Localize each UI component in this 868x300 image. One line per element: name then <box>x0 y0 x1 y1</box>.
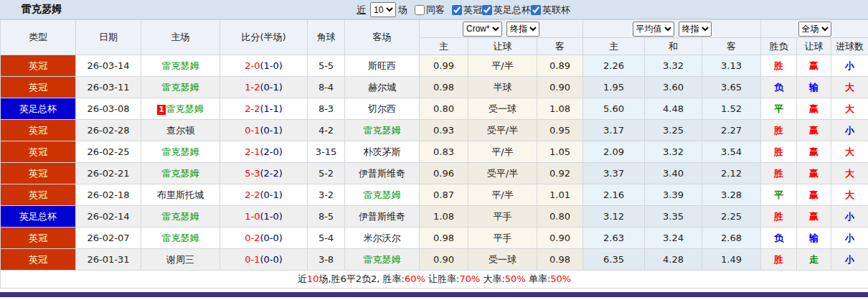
avg-away-cell: 3.28 <box>702 184 761 206</box>
col-header-avg-draw: 和 <box>645 38 702 55</box>
away-team-cell: 伊普斯维奇 <box>345 163 420 184</box>
date-cell: 26-02-21 <box>76 163 141 184</box>
avg-draw-cell: 3.25 <box>645 120 702 141</box>
home-team-cell: 雷克瑟姆 <box>141 163 220 184</box>
halftime-score: (1-0) <box>260 60 282 71</box>
fulltime-score: 1-0 <box>245 211 260 222</box>
avg-home-cell: 5.60 <box>583 98 645 120</box>
result-wdl-cell: 平 <box>761 184 797 206</box>
fulltime-score: 1-2 <box>245 82 260 93</box>
score-cell: 5-3(2-2) <box>220 163 308 184</box>
result-group-header: 全场 <box>761 20 868 38</box>
corners-cell: 8-5 <box>308 206 345 228</box>
col-header-corner: 角球 <box>308 20 345 55</box>
league-checkbox[interactable] <box>482 5 492 15</box>
league-checkbox[interactable] <box>452 5 462 15</box>
avg-home-cell: 1.95 <box>583 77 645 98</box>
odds-home-cell: 0.98 <box>420 228 468 249</box>
matches-label: 场 <box>398 4 407 17</box>
home-team-name: 谢周三 <box>166 254 194 265</box>
match-table-body: 英冠 26-03-14 雷克瑟姆 2-0(1-0) 5-5 斯旺西 0.99 平… <box>1 55 868 271</box>
result-handicap-cell: 赢 <box>797 206 831 228</box>
handicap-cell: 平手 <box>468 228 537 249</box>
away-team-name: 雷克瑟姆 <box>364 125 401 136</box>
result-handicap-cell: 走 <box>797 249 831 271</box>
home-team-name: 查尔顿 <box>166 125 194 136</box>
result-wdl-cell: 胜 <box>761 249 797 271</box>
result-goals-cell: 小 <box>831 206 868 228</box>
result-handicap-cell: 赢 <box>797 120 831 141</box>
away-team-name: 伊普斯维奇 <box>359 211 405 222</box>
col-header-result-handicap: 让球 <box>797 38 831 55</box>
footer-stat-segment: 场,胜6平2负2, 胜率: <box>319 273 405 284</box>
away-team-name: 切尔西 <box>368 103 396 114</box>
halftime-score: (2-0) <box>260 146 282 157</box>
away-team-name: 伊普斯维奇 <box>359 168 405 179</box>
fulltime-score: 0-2 <box>245 233 260 243</box>
col-header-avg-away: 客 <box>702 38 761 55</box>
league-filter-championship[interactable]: 英冠 <box>452 4 482 17</box>
avg-draw-cell: 3.60 <box>645 77 702 98</box>
match-row: 英冠 26-01-31 谢周三 0-1(0-0) 3-8 雷克瑟姆 0.90 受… <box>1 249 868 271</box>
odds-company-select[interactable]: Crow* <box>463 22 502 37</box>
halftime-score: (0-1) <box>260 125 282 136</box>
same-away-checkbox[interactable] <box>415 5 425 15</box>
match-count-select[interactable]: 10 <box>370 2 396 17</box>
home-team-cell: 雷克瑟姆 <box>141 228 220 249</box>
result-wdl-cell: 胜 <box>761 163 797 184</box>
handicap-cell: 受一球 <box>468 98 537 120</box>
match-row: 英足总杯 26-03-08 1雷克瑟姆 2-2(1-1) 8-3 切尔西 0.8… <box>1 98 868 120</box>
col-header-result-goals: 进球数 <box>831 38 868 55</box>
result-scope-select[interactable]: 全场 <box>798 22 831 37</box>
result-wdl-cell: 胜 <box>761 206 797 228</box>
home-team-cell: 谢周三 <box>141 249 220 271</box>
league-label: 英联杯 <box>542 4 570 17</box>
avg-away-cell: 2.25 <box>702 206 761 228</box>
odds-away-cell: 0.98 <box>537 249 583 271</box>
footer-stat-segment: 近 <box>298 273 307 284</box>
league-label: 英冠 <box>463 4 482 17</box>
league-cell: 英足总杯 <box>1 98 76 120</box>
match-history-table: 类型 日期 主场 比分(半场) 角球 客场 Crow* 终指 平均值 终指 <box>0 19 868 289</box>
avg-home-cell: 6.35 <box>583 249 645 271</box>
odds-home-cell: 0.96 <box>420 163 468 184</box>
footer-stat-segment: 让胜率: <box>425 273 460 284</box>
same-away-filter[interactable]: 同客 <box>415 4 445 17</box>
result-goals-cell: 大 <box>831 184 868 206</box>
fulltime-score: 5-3 <box>245 168 260 179</box>
avg-company-select[interactable]: 平均值 <box>633 22 674 37</box>
avg-stage-select[interactable]: 终指 <box>679 22 712 37</box>
date-cell: 26-02-07 <box>76 228 141 249</box>
score-cell: 2-1(2-0) <box>220 141 308 163</box>
result-goals-cell: 小 <box>831 55 868 77</box>
result-wdl-cell: 负 <box>761 77 797 98</box>
home-team-name: 雷克瑟姆 <box>162 82 199 93</box>
corners-cell: 5-5 <box>308 55 345 77</box>
league-checkbox[interactable] <box>531 5 541 15</box>
result-goals-cell: 大 <box>831 77 868 98</box>
avg-home-cell: 3.12 <box>583 206 645 228</box>
away-team-name: 雷克瑟姆 <box>364 254 401 265</box>
avg-home-cell: 2.63 <box>583 228 645 249</box>
score-cell: 0-1(0-1) <box>220 120 308 141</box>
handicap-cell: 受平/半 <box>468 120 537 141</box>
home-team-cell: 布里斯托城 <box>141 184 220 206</box>
avg-draw-cell: 3.24 <box>645 228 702 249</box>
away-team-name: 斯旺西 <box>368 60 396 71</box>
league-filter-eflcup[interactable]: 英联杯 <box>531 4 570 17</box>
league-filter-facup[interactable]: 英足总杯 <box>482 4 531 17</box>
halftime-score: (0-1) <box>260 82 282 93</box>
recent-link[interactable]: 近 <box>357 4 366 17</box>
avg-draw-cell: 4.28 <box>645 249 702 271</box>
summary-row: 近10场,胜6平2负2, 胜率:60% 让胜率:70% 大率:50% 单率:50… <box>1 271 868 289</box>
result-wdl-cell: 胜 <box>761 55 797 77</box>
home-team-name: 雷克瑟姆 <box>162 146 199 157</box>
score-cell: 0-2(0-0) <box>220 228 308 249</box>
away-team-cell: 米尔沃尔 <box>345 228 420 249</box>
match-row: 英冠 26-02-25 雷克瑟姆 2-1(2-0) 3-15 朴茨茅斯 0.83… <box>1 141 868 163</box>
bottom-divider-bar <box>0 292 868 297</box>
avg-draw-cell: 3.32 <box>645 141 702 163</box>
fulltime-score: 2-0 <box>245 60 260 71</box>
odds-group-header: Crow* 终指 <box>420 20 583 38</box>
odds-stage-select[interactable]: 终指 <box>506 22 539 37</box>
